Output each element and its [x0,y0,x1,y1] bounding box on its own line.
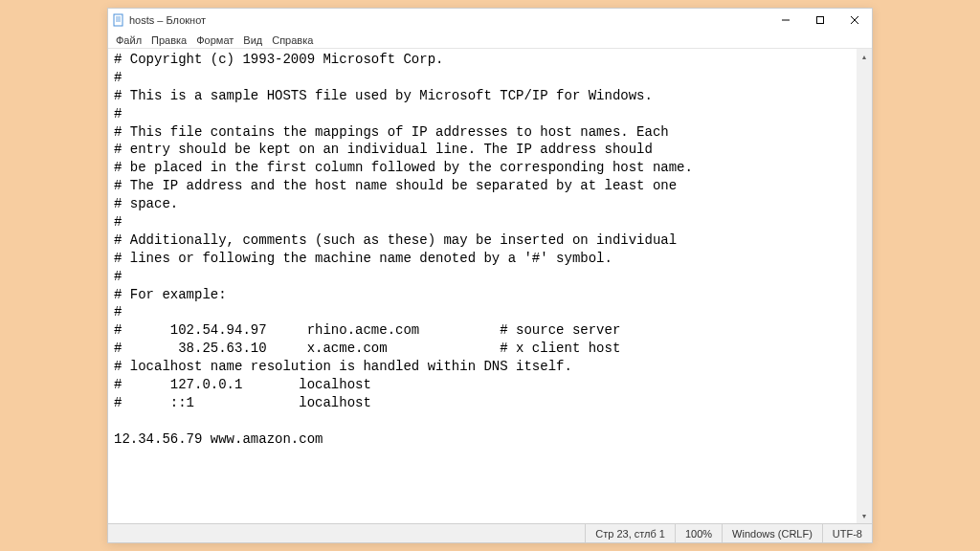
close-button[interactable] [837,9,872,32]
titlebar-left: hosts – Блокнот [112,13,206,27]
editor-area: # Copyright (c) 1993-2009 Microsoft Corp… [108,49,872,523]
scroll-down-arrow[interactable]: ▾ [857,508,872,523]
menubar: Файл Правка Формат Вид Справка [108,32,872,49]
statusbar: Стр 23, стлб 1 100% Windows (CRLF) UTF-8 [108,523,872,542]
notepad-icon [112,13,125,27]
minimize-button[interactable] [768,9,803,32]
notepad-window: hosts – Блокнот Файл Правка Формат Вид С… [107,8,873,543]
menu-help[interactable]: Справка [268,33,317,47]
scroll-up-arrow[interactable]: ▴ [857,49,872,64]
menu-format[interactable]: Формат [192,33,237,47]
status-zoom: 100% [675,524,722,542]
vertical-scrollbar[interactable]: ▴ ▾ [857,49,872,523]
window-controls [768,9,872,32]
svg-rect-0 [114,14,122,26]
text-editor[interactable]: # Copyright (c) 1993-2009 Microsoft Corp… [108,49,857,523]
maximize-button[interactable] [803,9,837,32]
window-title: hosts – Блокнот [129,14,206,26]
status-spacer [108,524,585,542]
menu-view[interactable]: Вид [239,33,266,47]
status-line-ending: Windows (CRLF) [722,524,822,542]
menu-edit[interactable]: Правка [147,33,190,47]
titlebar[interactable]: hosts – Блокнот [108,9,872,32]
status-encoding: UTF-8 [822,524,872,542]
status-cursor-position: Стр 23, стлб 1 [585,524,675,542]
svg-rect-5 [817,17,824,24]
menu-file[interactable]: Файл [112,33,145,47]
